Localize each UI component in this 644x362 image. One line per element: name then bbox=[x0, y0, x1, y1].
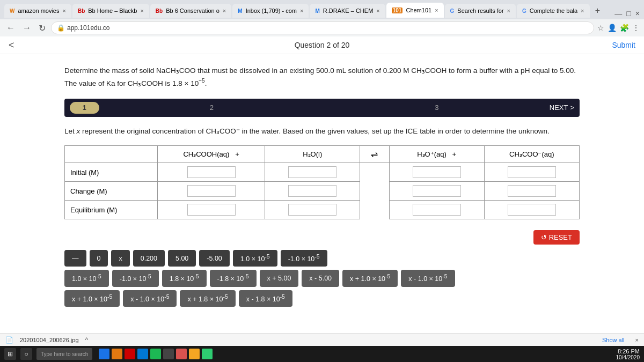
input-change-h2o[interactable] bbox=[288, 185, 336, 197]
cell-initial-h3o[interactable] bbox=[389, 163, 484, 182]
tab-inbox[interactable]: M Inbox (1,709) - com × bbox=[232, 4, 309, 18]
profile-icon[interactable]: 👤 bbox=[608, 24, 617, 32]
tile-xplus18e-5[interactable]: x + 1.8 × 10-5 bbox=[180, 290, 235, 307]
tile-xplus1e-5-b[interactable]: x + 1.0 × 10-5 bbox=[64, 290, 120, 307]
taskbar-icon-1[interactable] bbox=[99, 349, 109, 359]
new-tab-button[interactable]: + bbox=[591, 4, 605, 18]
input-initial-ch3cooh[interactable] bbox=[187, 166, 236, 178]
cell-eq-ch3cooh[interactable] bbox=[158, 201, 265, 219]
tab-close-bb-home[interactable]: × bbox=[140, 8, 143, 14]
cell-change-h2o[interactable] bbox=[265, 182, 360, 201]
input-initial-h3o[interactable] bbox=[413, 166, 461, 178]
tile-xplus500[interactable]: x + 5.00 bbox=[260, 270, 299, 286]
input-eq-ch3coo[interactable] bbox=[508, 204, 556, 216]
cell-change-h3o[interactable] bbox=[389, 182, 484, 201]
tile-18e-5[interactable]: 1.8 × 10-5 bbox=[162, 270, 207, 286]
tiles-row-1: — 0 x 0.200 5.00 -5.00 1.0 × 10-5 -1.0 ×… bbox=[64, 250, 580, 267]
input-change-h3o[interactable] bbox=[413, 185, 461, 197]
table-row-change: Change (M) bbox=[65, 182, 580, 201]
close-button[interactable]: × bbox=[635, 9, 640, 18]
start-button[interactable]: ⊞ bbox=[4, 348, 16, 360]
menu-icon[interactable]: ⋮ bbox=[632, 24, 640, 32]
tab-amazon[interactable]: W amazon movies × bbox=[4, 4, 71, 18]
extension-icon[interactable]: 🧩 bbox=[620, 24, 629, 32]
tab-search[interactable]: G Search results for × bbox=[445, 4, 516, 18]
forward-button[interactable]: → bbox=[20, 22, 33, 34]
input-eq-h3o[interactable] bbox=[413, 204, 461, 216]
taskbar-icon-7[interactable] bbox=[176, 349, 187, 359]
cell-initial-h2o[interactable] bbox=[265, 163, 360, 182]
search-button[interactable]: ○ bbox=[20, 348, 32, 360]
step-1-pill[interactable]: 1 bbox=[70, 102, 99, 114]
taskbar-icon-8[interactable] bbox=[189, 349, 200, 359]
bookmark-star[interactable]: ☆ bbox=[597, 24, 604, 32]
next-button[interactable]: NEXT > bbox=[550, 104, 574, 112]
tab-bb-conservation[interactable]: Bb Bb 6 Conservation o × bbox=[150, 4, 231, 18]
cell-change-ch3cooh[interactable] bbox=[158, 182, 265, 201]
taskbar-icon-3[interactable] bbox=[125, 349, 135, 359]
input-initial-h2o[interactable] bbox=[288, 166, 336, 178]
tab-close-rdake[interactable]: × bbox=[376, 8, 379, 14]
taskbar-icon-2[interactable] bbox=[112, 349, 122, 359]
tab-close-search[interactable]: × bbox=[507, 8, 510, 14]
tab-chem101[interactable]: 101 Chem101 × bbox=[386, 3, 444, 18]
tab-close-complete[interactable]: × bbox=[581, 8, 584, 14]
tile-xminus500[interactable]: x - 5.00 bbox=[302, 270, 339, 286]
cell-change-ch3coo[interactable] bbox=[484, 182, 579, 201]
taskbar-icon-5[interactable] bbox=[150, 349, 161, 359]
submit-button[interactable]: Submit bbox=[612, 41, 635, 49]
file-chevron-up[interactable]: ^ bbox=[85, 336, 89, 344]
input-change-ch3cooh[interactable] bbox=[187, 185, 236, 197]
tile-0200[interactable]: 0.200 bbox=[133, 250, 165, 267]
search-placeholder: Type here to search bbox=[41, 351, 88, 357]
tile-dash[interactable]: — bbox=[64, 250, 86, 267]
reset-button[interactable]: ↺ RESET bbox=[533, 230, 580, 245]
tile-xminus1e-5-b[interactable]: x - 1.0 × 10-5 bbox=[123, 290, 177, 307]
tile-1e-5-b[interactable]: 1.0 × 10-5 bbox=[64, 270, 109, 286]
refresh-button[interactable]: ↻ bbox=[36, 22, 48, 34]
back-chevron[interactable]: < bbox=[9, 40, 14, 51]
cell-eq-ch3coo[interactable] bbox=[484, 201, 579, 219]
tile-0[interactable]: 0 bbox=[90, 250, 108, 267]
tile-neg1e-5-b[interactable]: -1.0 × 10-5 bbox=[112, 270, 159, 286]
taskbar-icon-4[interactable] bbox=[137, 349, 148, 359]
tile-neg18e-5[interactable]: -1.8 × 10-5 bbox=[210, 270, 257, 286]
tile-1e-5[interactable]: 1.0 × 10-5 bbox=[233, 250, 277, 267]
minimize-button[interactable]: — bbox=[614, 9, 622, 18]
tile-xminus18e-5[interactable]: x - 1.8 × 10-5 bbox=[239, 290, 292, 307]
tab-close-inbox[interactable]: × bbox=[300, 8, 303, 14]
file-bar: 📄 20201004_200626.jpg ^ Show all × bbox=[0, 333, 644, 346]
tab-close-bb-conservation[interactable]: × bbox=[223, 8, 226, 14]
file-icon: 📄 bbox=[5, 336, 13, 344]
search-bar[interactable]: Type here to search bbox=[36, 348, 92, 360]
taskbar-icon-9[interactable] bbox=[202, 349, 213, 359]
tile-xminus1e-5[interactable]: x - 1.0 × 10-5 bbox=[401, 270, 455, 286]
back-button[interactable]: ← bbox=[4, 22, 17, 34]
cell-initial-ch3coo[interactable] bbox=[484, 163, 579, 182]
tab-rdake[interactable]: M R.DRAKE – CHEM × bbox=[310, 4, 385, 18]
input-eq-h2o[interactable] bbox=[288, 204, 336, 216]
tile-xplus1e-5[interactable]: x + 1.0 × 10-5 bbox=[342, 270, 398, 286]
file-close-button[interactable]: × bbox=[635, 337, 639, 343]
content-area: Determine the mass of solid NaCH₃COO tha… bbox=[0, 54, 644, 317]
tab-complete[interactable]: G Complete the bala × bbox=[517, 4, 590, 18]
tile-neg500[interactable]: -5.00 bbox=[199, 250, 230, 267]
maximize-button[interactable]: □ bbox=[626, 9, 631, 18]
cell-eq-h3o[interactable] bbox=[389, 201, 484, 219]
tile-500[interactable]: 5.00 bbox=[168, 250, 196, 267]
tab-bb-home[interactable]: Bb Bb Home – Blackb × bbox=[72, 4, 149, 18]
cell-eq-h2o[interactable] bbox=[265, 201, 360, 219]
input-change-ch3coo[interactable] bbox=[508, 185, 556, 197]
tab-close-amazon[interactable]: × bbox=[63, 8, 66, 14]
problem-text: Determine the mass of solid NaCH₃COO tha… bbox=[64, 65, 580, 89]
address-bar[interactable]: 🔒 app.101edu.co bbox=[51, 21, 594, 34]
tile-x[interactable]: x bbox=[111, 250, 129, 267]
tab-close-chem101[interactable]: × bbox=[435, 7, 438, 13]
input-eq-ch3cooh[interactable] bbox=[187, 204, 236, 216]
taskbar-icon-6[interactable] bbox=[163, 349, 174, 359]
cell-initial-ch3cooh[interactable] bbox=[158, 163, 265, 182]
table-row-equilibrium: Equilibrium (M) bbox=[65, 201, 580, 219]
input-initial-ch3coo[interactable] bbox=[508, 166, 556, 178]
tile-neg1e-5[interactable]: -1.0 × 10-5 bbox=[281, 250, 327, 267]
show-all-button[interactable]: Show all bbox=[602, 337, 625, 343]
